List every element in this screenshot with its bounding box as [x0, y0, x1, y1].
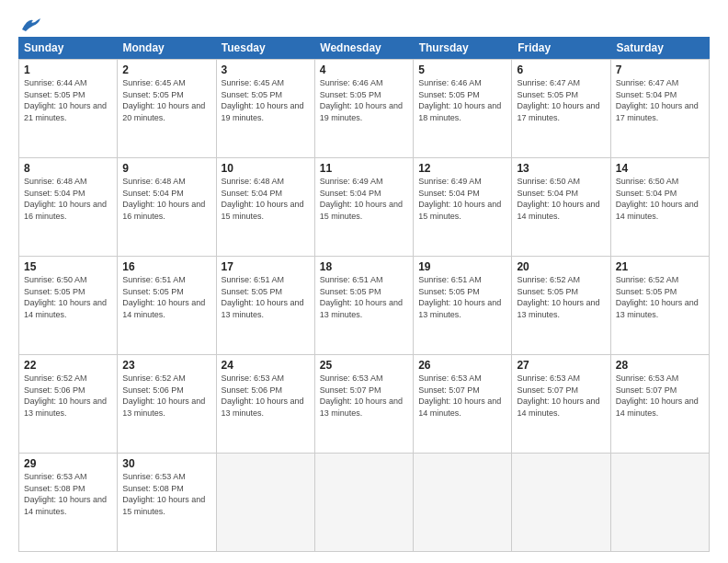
cal-cell-18: 18Sunrise: 6:51 AMSunset: 5:05 PMDayligh…: [315, 257, 414, 354]
daylight-text: Daylight: 10 hours and 14 minutes.: [24, 297, 112, 320]
sunrise-text: Sunrise: 6:48 AM: [24, 176, 112, 188]
sunset-text: Sunset: 5:06 PM: [222, 385, 310, 396]
cal-cell-empty-4-3: [315, 454, 414, 551]
cal-cell-25: 25Sunrise: 6:53 AMSunset: 5:07 PMDayligh…: [315, 355, 414, 453]
daylight-text: Daylight: 10 hours and 13 minutes.: [24, 396, 112, 419]
day-number: 13: [517, 162, 605, 175]
sunset-text: Sunset: 5:08 PM: [24, 483, 112, 495]
sunrise-text: Sunrise: 6:46 AM: [320, 77, 408, 89]
daylight-text: Daylight: 10 hours and 20 minutes.: [122, 100, 210, 123]
sunset-text: Sunset: 5:07 PM: [418, 385, 506, 396]
cal-cell-empty-4-4: [414, 454, 512, 551]
sunrise-text: Sunrise: 6:45 AM: [122, 77, 210, 89]
daylight-text: Daylight: 10 hours and 14 minutes.: [517, 199, 605, 222]
cal-cell-27: 27Sunrise: 6:53 AMSunset: 5:07 PMDayligh…: [512, 355, 610, 453]
week-row-4: 22Sunrise: 6:52 AMSunset: 5:06 PMDayligh…: [19, 355, 710, 454]
day-number: 30: [122, 457, 210, 470]
cal-cell-11: 11Sunrise: 6:49 AMSunset: 5:04 PMDayligh…: [315, 158, 414, 256]
daylight-text: Daylight: 10 hours and 13 minutes.: [320, 396, 408, 419]
daylight-text: Daylight: 10 hours and 14 minutes.: [122, 297, 210, 320]
cal-cell-13: 13Sunrise: 6:50 AMSunset: 5:04 PMDayligh…: [512, 158, 610, 256]
week-row-3: 15Sunrise: 6:50 AMSunset: 5:05 PMDayligh…: [19, 257, 710, 355]
sunset-text: Sunset: 5:05 PM: [517, 286, 605, 298]
header-day-tuesday: Tuesday: [216, 37, 314, 59]
cal-cell-9: 9Sunrise: 6:48 AMSunset: 5:04 PMDaylight…: [118, 158, 216, 256]
sunset-text: Sunset: 5:05 PM: [122, 286, 210, 298]
daylight-text: Daylight: 10 hours and 21 minutes.: [24, 100, 112, 123]
sunset-text: Sunset: 5:06 PM: [122, 385, 210, 396]
week-row-1: 1Sunrise: 6:44 AMSunset: 5:05 PMDaylight…: [19, 60, 710, 158]
day-number: 2: [122, 63, 210, 76]
header: [18, 17, 710, 31]
cal-cell-empty-4-6: [611, 454, 710, 551]
sunrise-text: Sunrise: 6:49 AM: [320, 176, 408, 188]
day-number: 27: [517, 359, 605, 372]
day-number: 11: [320, 162, 408, 175]
daylight-text: Daylight: 10 hours and 13 minutes.: [616, 297, 704, 320]
sunset-text: Sunset: 5:04 PM: [24, 188, 112, 200]
day-number: 16: [122, 260, 210, 273]
week-row-2: 8Sunrise: 6:48 AMSunset: 5:04 PMDaylight…: [19, 158, 710, 257]
header-day-monday: Monday: [117, 37, 215, 59]
sunset-text: Sunset: 5:05 PM: [320, 286, 408, 298]
daylight-text: Daylight: 10 hours and 14 minutes.: [517, 396, 605, 419]
cal-cell-28: 28Sunrise: 6:53 AMSunset: 5:07 PMDayligh…: [611, 355, 710, 453]
day-number: 6: [517, 63, 605, 76]
cal-cell-2: 2Sunrise: 6:45 AMSunset: 5:05 PMDaylight…: [118, 60, 216, 157]
cal-cell-empty-4-5: [512, 454, 610, 551]
daylight-text: Daylight: 10 hours and 13 minutes.: [320, 297, 408, 320]
day-number: 21: [616, 260, 704, 273]
cal-cell-16: 16Sunrise: 6:51 AMSunset: 5:05 PMDayligh…: [118, 257, 216, 354]
sunset-text: Sunset: 5:07 PM: [616, 385, 704, 396]
day-number: 3: [222, 63, 310, 76]
header-day-wednesday: Wednesday: [314, 37, 413, 59]
sunrise-text: Sunrise: 6:53 AM: [24, 471, 112, 483]
sunset-text: Sunset: 5:05 PM: [222, 89, 310, 101]
cal-cell-7: 7Sunrise: 6:47 AMSunset: 5:04 PMDaylight…: [611, 60, 710, 157]
header-day-saturday: Saturday: [611, 37, 710, 59]
day-number: 29: [24, 457, 112, 470]
sunrise-text: Sunrise: 6:53 AM: [418, 373, 506, 385]
daylight-text: Daylight: 10 hours and 16 minutes.: [122, 199, 210, 222]
cal-cell-1: 1Sunrise: 6:44 AMSunset: 5:05 PMDaylight…: [19, 60, 118, 157]
daylight-text: Daylight: 10 hours and 14 minutes.: [616, 199, 704, 222]
day-number: 26: [418, 359, 506, 372]
sunrise-text: Sunrise: 6:47 AM: [517, 77, 605, 89]
sunset-text: Sunset: 5:05 PM: [418, 286, 506, 298]
week-row-5: 29Sunrise: 6:53 AMSunset: 5:08 PMDayligh…: [19, 454, 710, 552]
sunrise-text: Sunrise: 6:53 AM: [222, 373, 310, 385]
cal-cell-14: 14Sunrise: 6:50 AMSunset: 5:04 PMDayligh…: [611, 158, 710, 256]
daylight-text: Daylight: 10 hours and 17 minutes.: [616, 100, 704, 123]
cal-cell-15: 15Sunrise: 6:50 AMSunset: 5:05 PMDayligh…: [19, 257, 118, 354]
calendar-header: SundayMondayTuesdayWednesdayThursdayFrid…: [18, 37, 710, 59]
day-number: 14: [616, 162, 704, 175]
sunrise-text: Sunrise: 6:46 AM: [418, 77, 506, 89]
header-day-sunday: Sunday: [18, 37, 117, 59]
daylight-text: Daylight: 10 hours and 14 minutes.: [418, 396, 506, 419]
cal-cell-6: 6Sunrise: 6:47 AMSunset: 5:05 PMDaylight…: [512, 60, 610, 157]
daylight-text: Daylight: 10 hours and 13 minutes.: [418, 297, 506, 320]
daylight-text: Daylight: 10 hours and 18 minutes.: [418, 100, 506, 123]
sunset-text: Sunset: 5:04 PM: [320, 188, 408, 200]
day-number: 22: [24, 359, 112, 372]
sunset-text: Sunset: 5:06 PM: [24, 385, 112, 396]
sunset-text: Sunset: 5:05 PM: [24, 286, 112, 298]
day-number: 7: [616, 63, 704, 76]
sunrise-text: Sunrise: 6:51 AM: [222, 274, 310, 286]
sunrise-text: Sunrise: 6:52 AM: [616, 274, 704, 286]
page: SundayMondayTuesdayWednesdayThursdayFrid…: [0, 0, 728, 563]
cal-cell-24: 24Sunrise: 6:53 AMSunset: 5:06 PMDayligh…: [217, 355, 315, 453]
sunset-text: Sunset: 5:05 PM: [24, 89, 112, 101]
sunrise-text: Sunrise: 6:50 AM: [517, 176, 605, 188]
sunset-text: Sunset: 5:04 PM: [616, 188, 704, 200]
day-number: 9: [122, 162, 210, 175]
daylight-text: Daylight: 10 hours and 14 minutes.: [616, 396, 704, 419]
sunset-text: Sunset: 5:05 PM: [122, 89, 210, 101]
daylight-text: Daylight: 10 hours and 19 minutes.: [222, 100, 310, 123]
day-number: 24: [222, 359, 310, 372]
cal-cell-29: 29Sunrise: 6:53 AMSunset: 5:08 PMDayligh…: [19, 454, 118, 551]
daylight-text: Daylight: 10 hours and 15 minutes.: [222, 199, 310, 222]
cal-cell-19: 19Sunrise: 6:51 AMSunset: 5:05 PMDayligh…: [414, 257, 512, 354]
day-number: 12: [418, 162, 506, 175]
daylight-text: Daylight: 10 hours and 16 minutes.: [24, 199, 112, 222]
